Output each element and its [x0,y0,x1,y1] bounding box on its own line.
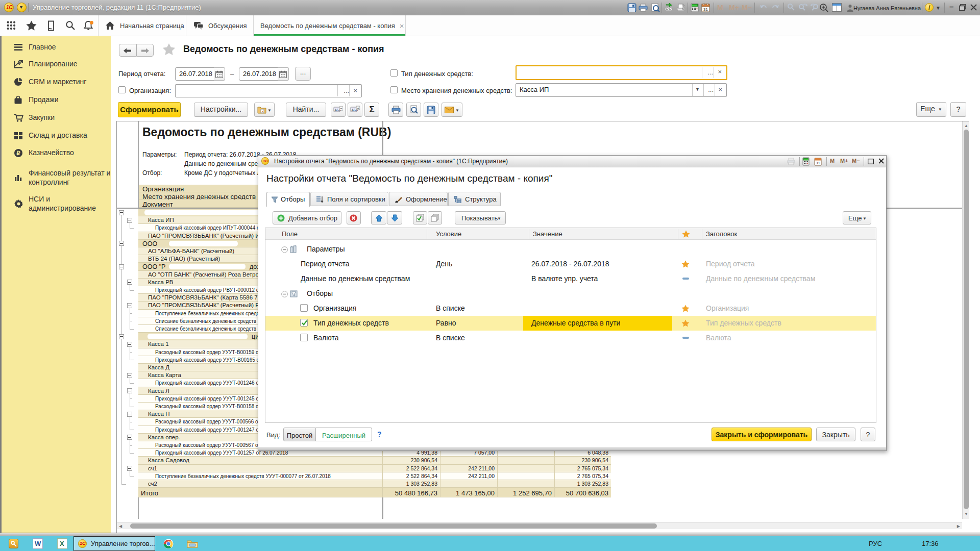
svg-text:₽: ₽ [17,150,20,156]
svg-text:31: 31 [816,161,820,165]
svg-text:−: − [340,106,342,111]
svg-text:31: 31 [703,7,708,12]
svg-text:+: + [357,106,359,111]
svg-text:₽: ₽ [19,60,21,63]
